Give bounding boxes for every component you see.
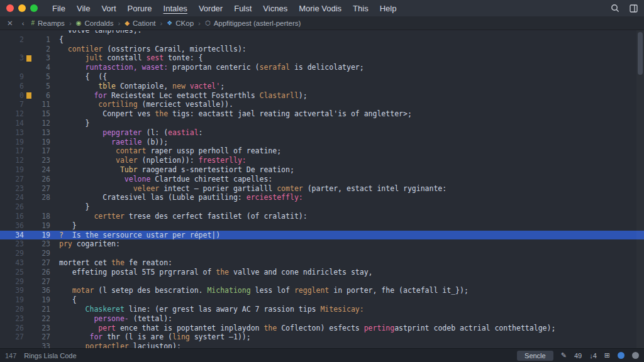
line-number: 27 — [34, 277, 50, 287]
breadcrumb-label: Cationt — [133, 19, 155, 27]
scrollbar-thumb[interactable] — [638, 32, 643, 75]
line-number: 17 — [34, 146, 50, 156]
code-line[interactable]: 1313 pepgrater (l: (eastial: — [0, 128, 644, 138]
code-line[interactable]: 711 cortiling (merciect vestalle)). — [0, 100, 644, 109]
code-line[interactable]: 2 contiler (osstriors Carail, miorteclll… — [0, 45, 644, 54]
feedback-icon[interactable] — [632, 352, 639, 359]
menu-item[interactable]: File — [47, 3, 71, 14]
code-line[interactable]: 2727 for thr (l is are (ling systert —1)… — [0, 332, 644, 342]
code-text: } — [59, 202, 644, 212]
code-line[interactable]: 2021 Chaskeret line: (er grest las awary… — [0, 305, 644, 314]
line-number: 15 — [34, 109, 50, 119]
code-line[interactable]: 1215 Conpert ves the tigs: eactastt jael… — [0, 109, 644, 119]
code-text: } — [59, 221, 644, 231]
line-number: 19 — [34, 231, 50, 240]
menu-item[interactable]: Intales — [158, 3, 193, 14]
code-line[interactable]: 65 tble Contapiole, new vactel'; — [0, 82, 644, 91]
line-number: 27 — [34, 332, 50, 342]
code-line[interactable]: 06 for Reciesteat Lec eetactt Fosterthls… — [0, 91, 644, 101]
code-line[interactable]: 33 portactler lacjuston): — [0, 342, 644, 348]
gutter-line-number: 6 — [0, 82, 24, 91]
menu-item[interactable]: This — [347, 3, 374, 14]
line-number: 19 — [34, 138, 50, 147]
code-line[interactable]: 3619 } — [0, 221, 644, 231]
layout-icon[interactable] — [630, 4, 638, 13]
code-line[interactable]: 1919 { — [0, 295, 644, 305]
breadcrumb-item[interactable]: ◆Cationt — [125, 19, 155, 27]
maximize-window-icon[interactable] — [30, 4, 38, 12]
code-text: effeting postal 5T5 prgrraral of the val… — [59, 268, 644, 277]
menu-item[interactable]: Vort — [96, 3, 121, 14]
grid-icon[interactable]: ⊞ — [604, 351, 610, 359]
gutter-line-number: 13 — [0, 128, 24, 138]
gutter-marker-slot — [24, 92, 34, 99]
close-window-icon[interactable] — [6, 4, 14, 12]
code-line[interactable]: 26 } — [0, 202, 644, 212]
breadcrumb-item[interactable]: ❖CKop — [167, 19, 194, 27]
status-left: 147 Rings Lisla Code — [5, 352, 77, 359]
code-line[interactable]: 1717 contart raper ussp perholl of reati… — [0, 146, 644, 156]
line-number: 19 — [34, 221, 50, 231]
code-line[interactable]: 3936 motar (l setep des bescration. Mich… — [0, 286, 644, 295]
code-text: contiler (osstriors Carail, miortecllls)… — [59, 45, 644, 54]
gutter-line-number: 24 — [0, 193, 24, 202]
breadcrumb-separator-icon: › — [69, 19, 72, 27]
code-text: Tubr raogerad s-snertestiort De reation; — [59, 165, 644, 175]
notification-icon[interactable] — [618, 352, 625, 359]
code-line[interactable]: 21{ — [0, 35, 644, 45]
menu-item[interactable]: Vile — [71, 3, 96, 14]
breadcrumb-item[interactable]: #Reamps — [31, 19, 64, 27]
line-number: 12 — [34, 119, 50, 128]
code-line[interactable]: 2929 — [0, 249, 644, 258]
line-number: 23 — [34, 156, 50, 165]
code-line[interactable]: 1924 Tubr raogerad s-snertestiort De rea… — [0, 165, 644, 175]
code-line[interactable]: volve tanprones,. — [0, 30, 644, 35]
editor-scrollbar[interactable] — [636, 30, 644, 348]
breadcrumb-item[interactable]: ⬡Appfitigpest (asterl-perters) — [205, 19, 301, 27]
menu-item[interactable]: Vorder — [193, 3, 228, 14]
menu-items: FileVileVortPorureIntalesVorderFulstVicn… — [47, 3, 402, 14]
code-line[interactable]: 4 runtasction, waset: praportan centeric… — [0, 63, 644, 72]
code-text: for Reciesteat Lec eetactt Fosterthls Cl… — [59, 91, 644, 101]
breadcrumb: #Reamps›◉Cordalds›◆Cationt›❖CKop›⬡Appfit… — [31, 19, 301, 27]
code-editor[interactable]: volve tanprones,.21{2 contiler (osstrior… — [0, 30, 644, 348]
code-line[interactable]: 2323pry cogariten: — [0, 239, 644, 249]
code-line[interactable]: 2327 veleer intect — porier gartialll co… — [0, 184, 644, 194]
code-line[interactable]: 2526 effeting postal 5T5 prgrraral of th… — [0, 268, 644, 277]
breadcrumb-label: CKop — [175, 19, 194, 27]
code-line[interactable]: 2623 pert ence that is poptantet inplayd… — [0, 324, 644, 333]
line-number: 26 — [34, 175, 50, 184]
gutter-line-number: 2 — [0, 35, 24, 45]
code-text: tble Contapiole, new vactel'; — [59, 82, 644, 91]
code-line[interactable]: 1223 valer (npletion)): fresterlly: — [0, 156, 644, 165]
code-line[interactable]: 2927 — [0, 277, 644, 287]
sencle-button[interactable]: Sencle — [517, 351, 553, 361]
code-line[interactable]: 2428 Cratesivel las (Luble pautiling: er… — [0, 193, 644, 202]
code-line[interactable]: 95 { ({ — [0, 72, 644, 82]
breadcrumb-item[interactable]: ◉Cordalds — [76, 19, 114, 27]
code-text: portactler lacjuston): — [59, 342, 644, 348]
code-line-highlighted[interactable]: 3419? Is the sersource ustar per répet|) — [0, 231, 644, 240]
code-line[interactable]: 1919 raetile (b)); — [0, 138, 644, 147]
breakpoint-marker-icon[interactable] — [26, 55, 31, 62]
menu-item[interactable]: Vicnes — [257, 3, 293, 14]
code-line[interactable]: 1618 certter trese des cerfect fastilet … — [0, 212, 644, 221]
breakpoint-marker-icon[interactable] — [26, 92, 31, 99]
menu-item[interactable]: Fulst — [228, 3, 257, 14]
code-line[interactable]: 2322 persone- (tettal): — [0, 314, 644, 324]
menu-item[interactable]: Help — [374, 3, 402, 14]
code-line[interactable]: 33 jult constall sest tonte: { — [0, 53, 644, 63]
code-line[interactable]: 1412 } — [0, 119, 644, 128]
menu-item[interactable]: Morie Vodis — [293, 3, 347, 14]
code-line[interactable]: 4327mortert cet the fe reaton: — [0, 258, 644, 268]
gutter-line-number: 36 — [0, 221, 24, 231]
back-chevron-icon[interactable]: ‹ — [20, 19, 26, 27]
pencil-icon[interactable]: ✎ — [561, 351, 567, 359]
close-tab-icon[interactable]: ✕ — [5, 19, 15, 28]
code-line[interactable]: 2726 velone Clartdue chireett capelles: — [0, 175, 644, 184]
code-text: Chaskeret line: (er grest las awary AC 7… — [59, 305, 644, 314]
search-icon[interactable] — [611, 4, 619, 13]
gutter-line-number: 26 — [0, 202, 24, 212]
menu-item[interactable]: Porure — [122, 3, 158, 14]
minimize-window-icon[interactable] — [18, 4, 26, 12]
